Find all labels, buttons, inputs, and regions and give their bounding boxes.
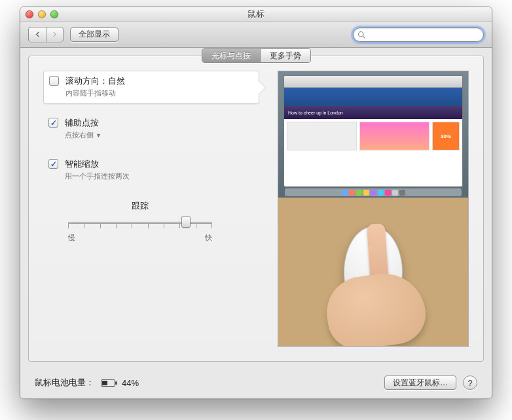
scroll-direction-subtitle: 内容随手指移动 — [65, 88, 125, 98]
chevron-down-icon[interactable]: ▼ — [96, 132, 101, 139]
smart-zoom-checkbox[interactable] — [48, 159, 58, 169]
nav-segment — [28, 27, 64, 43]
show-all-button[interactable]: 全部显示 — [70, 27, 119, 42]
toolbar: 全部显示 — [20, 22, 492, 48]
secondary-click-subtitle: 点按右侧▼ — [65, 130, 101, 140]
chevron-right-icon — [52, 31, 58, 37]
option-scroll-direction[interactable]: 滚动方向：自然 内容随手指移动 — [43, 71, 259, 104]
tracking-slider[interactable] — [68, 216, 212, 229]
option-smart-zoom[interactable]: 智能缩放 用一个手指连按两次 — [43, 154, 259, 186]
nav-forward-button[interactable] — [46, 27, 63, 42]
tab-point-click[interactable]: 光标与点按 — [202, 49, 260, 62]
content-pane: 光标与点按 更多手势 滚动方向：自然 内容随手指移动 辅助点按 点按右侧▼ — [28, 56, 484, 362]
svg-line-1 — [363, 36, 365, 38]
search-icon — [357, 31, 365, 39]
tracking-label: 跟踪 — [68, 200, 212, 212]
preview-sale-badge: 30% — [432, 122, 460, 150]
minimize-button[interactable] — [38, 10, 46, 18]
tracking-block: 跟踪 慢 快 — [68, 200, 212, 243]
search-field[interactable] — [353, 27, 484, 42]
battery-label: 鼠标电池电量： — [35, 377, 94, 389]
close-button[interactable] — [26, 10, 33, 18]
nav-back-button[interactable] — [29, 27, 46, 42]
traffic-lights — [26, 10, 58, 18]
preview-screen: How to cheer up in London 30% — [278, 71, 468, 198]
help-button[interactable]: ? — [463, 376, 477, 390]
footer: 鼠标电池电量： 44% 设置蓝牙鼠标… ? — [20, 367, 492, 398]
gesture-preview: How to cheer up in London 30% — [278, 71, 469, 347]
scroll-direction-label: 滚动方向：自然 — [65, 75, 125, 87]
svg-point-0 — [359, 31, 364, 37]
secondary-click-checkbox[interactable] — [48, 118, 58, 128]
tab-bar: 光标与点按 更多手势 — [29, 48, 483, 63]
window-title: 鼠标 — [20, 9, 492, 20]
tracking-fast-label: 快 — [205, 233, 212, 243]
tracking-slow-label: 慢 — [68, 233, 75, 243]
preview-palm — [322, 268, 430, 347]
tracking-slider-knob[interactable] — [181, 216, 191, 228]
battery-icon — [101, 379, 115, 387]
scroll-direction-checkbox[interactable] — [49, 76, 59, 86]
chevron-left-icon — [35, 31, 41, 37]
smart-zoom-label: 智能缩放 — [65, 158, 130, 170]
options-list: 滚动方向：自然 内容随手指移动 辅助点按 点按右侧▼ 智能缩放 用一个手指连按两… — [43, 71, 259, 186]
preview-browser: How to cheer up in London 30% — [283, 75, 463, 187]
secondary-click-label: 辅助点按 — [65, 117, 101, 129]
tab-more-gestures[interactable]: 更多手势 — [260, 49, 310, 62]
preview-hand — [278, 198, 468, 346]
preview-banner-text: How to cheer up in London — [284, 106, 462, 119]
preview-dock — [285, 188, 462, 196]
battery-percent: 44% — [122, 378, 139, 388]
titlebar: 鼠标 — [20, 7, 492, 22]
smart-zoom-subtitle: 用一个手指连按两次 — [65, 171, 130, 181]
preferences-window: 鼠标 全部显示 光标与点按 更多手势 — [20, 7, 492, 399]
search-input[interactable] — [368, 30, 479, 39]
option-secondary-click[interactable]: 辅助点按 点按右侧▼ — [43, 113, 259, 145]
setup-bluetooth-mouse-button[interactable]: 设置蓝牙鼠标… — [384, 376, 456, 390]
zoom-button[interactable] — [50, 10, 58, 18]
